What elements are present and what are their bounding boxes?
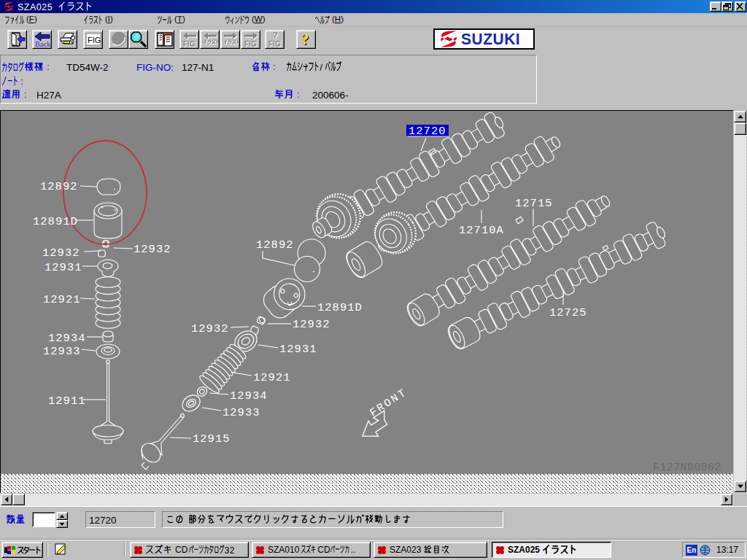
svg-text:FRONT: FRONT — [368, 386, 409, 420]
svg-text:F127N00002: F127N00002 — [653, 462, 721, 474]
svg-text:12915: 12915 — [193, 432, 231, 446]
svg-text:12932: 12932 — [293, 318, 330, 331]
svg-text:12932: 12932 — [133, 243, 171, 256]
svg-text:12715: 12715 — [515, 197, 553, 210]
svg-text:3: 3 — [225, 545, 230, 555]
svg-text:12931: 12931 — [279, 343, 317, 356]
svg-text:12720: 12720 — [409, 125, 446, 138]
svg-text:12934: 12934 — [48, 332, 86, 345]
svg-text:12933: 12933 — [43, 345, 81, 358]
svg-text:2: 2 — [230, 545, 235, 555]
svg-text:12892: 12892 — [40, 180, 78, 193]
svg-text:12933: 12933 — [222, 406, 260, 419]
svg-text:12891D: 12891D — [317, 301, 363, 314]
svg-text:12710A: 12710A — [459, 224, 504, 237]
svg-text:12891D: 12891D — [33, 215, 78, 228]
svg-text:12911: 12911 — [48, 394, 86, 408]
svg-text:12892: 12892 — [256, 238, 294, 252]
svg-text:12921: 12921 — [43, 293, 81, 306]
svg-text:12932: 12932 — [42, 246, 80, 260]
svg-text:12725: 12725 — [549, 306, 587, 319]
svg-text:12931: 12931 — [44, 261, 82, 274]
svg-text:12921: 12921 — [253, 371, 291, 384]
svg-text:12934: 12934 — [230, 389, 268, 402]
svg-text:12932: 12932 — [191, 322, 229, 335]
